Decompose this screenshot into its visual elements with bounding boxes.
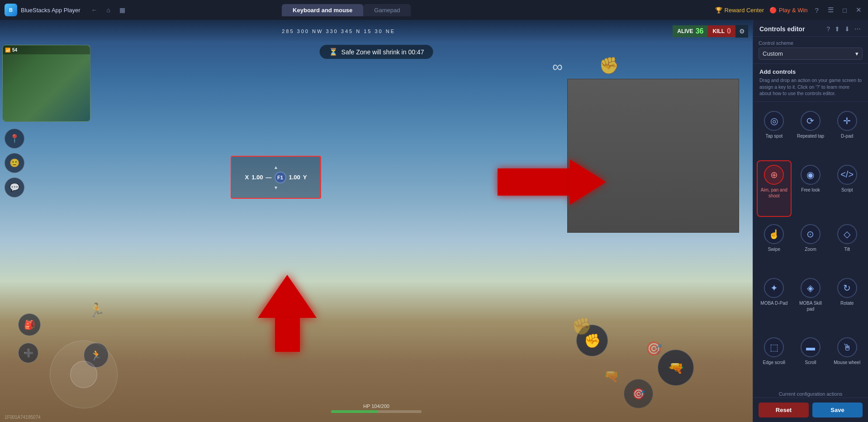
save-button[interactable]: Save (812, 403, 863, 417)
medkit-button[interactable]: ➕ (18, 343, 38, 363)
control-item-scroll[interactable]: ▬Scroll (793, 333, 828, 384)
safe-zone-icon: ⏳ (329, 48, 338, 56)
control-item-aim-pan-shoot[interactable]: ⊕Aim, pan and shoot (757, 160, 792, 217)
hp-fill (331, 410, 378, 413)
location-button[interactable]: 📍 (5, 129, 24, 149)
control-icon-moba-d-pad: ✦ (764, 278, 784, 298)
bag-button[interactable]: 🎒 (18, 313, 41, 336)
crawl-silhouette-icon: 🔫 (603, 369, 619, 384)
scheme-select[interactable]: Custom ▾ (759, 48, 863, 60)
back-button[interactable]: ← (89, 5, 100, 15)
reset-button[interactable]: Reset (759, 403, 809, 417)
hp-text: HP 104/200 (363, 403, 389, 409)
control-item-zoom[interactable]: ⊙Zoom (793, 220, 828, 271)
control-icon-aim-pan-shoot: ⊕ (764, 165, 784, 185)
control-icon-edge-scroll: ⬚ (764, 337, 784, 357)
close-button[interactable]: ✕ (854, 4, 863, 16)
control-item-script[interactable]: </>Script (830, 160, 864, 217)
control-label-script: Script (841, 187, 853, 193)
fist-bottom-icon: ✊ (572, 317, 592, 336)
top-bar: B BlueStacks App Player ← ⌂ ▦ Keyboard a… (0, 0, 868, 20)
tab-gamepad[interactable]: Gamepad (363, 4, 411, 16)
compass: 285 300 NW 330 345 N 15 30 NE (5, 29, 673, 34)
control-item-free-look[interactable]: ◉Free look (793, 160, 828, 217)
control-icon-swipe: ☝ (764, 224, 784, 244)
control-label-repeated-tap: Repeated tap (797, 133, 824, 139)
big-arrow-right-head (570, 159, 606, 205)
x-value: 1.00 (251, 174, 263, 181)
arrow-down-small: ▼ (274, 185, 278, 190)
sniper-button[interactable]: 🎯 (624, 379, 653, 408)
control-label-mouse-wheel: Mouse wheel (834, 360, 860, 365)
minimap: 📶 54 (2, 45, 90, 122)
hp-bar-area: HP 104/200 (331, 403, 422, 413)
alive-value: 36 (696, 27, 704, 35)
add-controls-section: Add controls Drag and drop an action on … (753, 64, 868, 102)
control-item-tap-spot[interactable]: ◎Tap spot (757, 106, 792, 158)
editor-download-button[interactable]: ⬇ (844, 24, 851, 34)
gun-button[interactable]: 🔫 (658, 350, 694, 386)
control-item-moba-d-pad[interactable]: ✦MOBA D-Pad (757, 273, 792, 331)
control-item-swipe[interactable]: ☝Swipe (757, 220, 792, 271)
chat-button[interactable]: 💬 (5, 177, 24, 197)
safe-zone-text: Safe Zone will shrink in 00:47 (342, 48, 424, 56)
hud-top-bar: 285 300 NW 330 345 N 15 30 NE ALIVE 36 K… (0, 20, 753, 43)
control-label-edge-scroll: Edge scroll (763, 360, 785, 365)
editor-header-buttons: ? ⬆ ⬇ ⋯ (825, 24, 862, 34)
control-icon-d-pad: ✛ (837, 111, 857, 131)
scheme-label: Control scheme (759, 40, 863, 46)
home-button[interactable]: ⌂ (104, 5, 113, 15)
control-item-edge-scroll[interactable]: ⬚Edge scroll (757, 333, 792, 384)
control-label-d-pad: D-pad (841, 133, 853, 139)
editor-upload-button[interactable]: ⬆ (834, 24, 841, 34)
big-arrow-up-head (258, 275, 317, 318)
control-label-aim-pan-shoot: Aim, pan and shoot (759, 187, 789, 199)
hud-stats: ALIVE 36 KILL 0 ⚙ (673, 25, 748, 38)
sniper-silhouette-icon: 🎯 (645, 340, 662, 356)
y-label: Y (303, 174, 307, 181)
restore-button[interactable]: □ (841, 5, 849, 16)
play-win-button[interactable]: 🔴 Play & Win (769, 7, 808, 14)
fist-hud-icon: ✊ (599, 56, 619, 75)
menu-button[interactable]: ☰ (826, 4, 835, 16)
control-label-moba-skill-pad: MOBA Skill pad (796, 300, 825, 312)
infinity-icon: ∞ (552, 58, 563, 75)
tab-bar: Keyboard and mouse Gamepad (282, 4, 411, 16)
left-hud: 📍 🙂 💬 (5, 129, 24, 197)
y-arrows-bottom: ▼ (274, 185, 278, 190)
bottom-hud: 🎒 ➕ 🏃 HP 104/200 ✊ 🔫 🎯 (0, 331, 753, 422)
control-item-mouse-wheel[interactable]: 🖱Mouse wheel (830, 333, 864, 384)
reward-center-button[interactable]: 🏆 Reward Center (715, 7, 764, 14)
control-item-rotate[interactable]: ↻Rotate (830, 273, 864, 331)
building (567, 79, 739, 233)
minimap-number: 54 (12, 48, 17, 53)
joystick[interactable] (50, 340, 118, 408)
wifi-icon: 📶 (5, 48, 10, 53)
control-label-tap-spot: Tap spot (765, 133, 783, 139)
control-icon-tilt: ◇ (837, 224, 857, 244)
control-label-swipe: Swipe (768, 246, 780, 252)
control-icon-zoom: ⊙ (801, 224, 821, 244)
editor-help-button[interactable]: ? (825, 24, 831, 34)
control-label-rotate: Rotate (840, 300, 854, 306)
control-scheme-section: Control scheme Custom ▾ (753, 37, 868, 64)
control-item-repeated-tap[interactable]: ⟳Repeated tap (793, 106, 828, 158)
actions-label: Current configuration actions (753, 388, 868, 398)
control-item-tilt[interactable]: ◇Tilt (830, 220, 864, 271)
watermark: 1F001A74195074 (5, 415, 41, 420)
tab-keyboard-mouse[interactable]: Keyboard and mouse (282, 4, 363, 16)
control-icon-repeated-tap: ⟳ (801, 111, 821, 131)
controls-editor-panel: Controls editor ? ⬆ ⬇ ⋯ Control scheme C… (753, 20, 868, 422)
hp-bar (331, 410, 422, 413)
app-name: BlueStacks App Player (21, 7, 81, 14)
emote-button[interactable]: 🙂 (5, 153, 24, 173)
topbar-right: 🏆 Reward Center 🔴 Play & Win ? ☰ □ ✕ (715, 4, 863, 16)
control-item-d-pad[interactable]: ✛D-pad (830, 106, 864, 158)
hud-settings-button[interactable]: ⚙ (735, 25, 748, 38)
editor-more-button[interactable]: ⋯ (854, 24, 862, 34)
control-item-moba-skill-pad[interactable]: ◈MOBA Skill pad (793, 273, 828, 331)
tabs-button[interactable]: ▦ (117, 5, 128, 15)
control-label-scroll: Scroll (805, 360, 816, 365)
main-content: 285 300 NW 330 345 N 15 30 NE ALIVE 36 K… (0, 20, 868, 422)
help-button[interactable]: ? (813, 5, 821, 16)
